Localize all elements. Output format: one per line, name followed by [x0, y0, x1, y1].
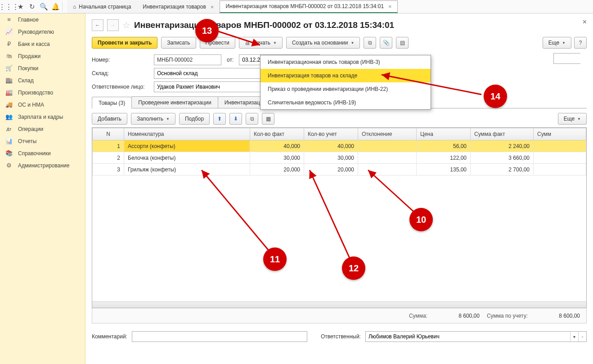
sidebar-item-assets[interactable]: 🚚ОС и НМА: [0, 99, 85, 111]
subtab-goods[interactable]: Товары (3): [92, 97, 132, 108]
number-field[interactable]: [154, 54, 221, 65]
window-tabs: ⌂ Начальная страница Инвентаризация това…: [67, 0, 398, 13]
move-down-button[interactable]: ⬇: [229, 113, 242, 125]
print-menu-item-inv22[interactable]: Приказ о проведении инвентаризации (ИНВ-…: [261, 82, 431, 96]
close-page-icon[interactable]: ×: [583, 18, 587, 26]
callout-13: 13: [195, 19, 219, 42]
comment-field[interactable]: [132, 331, 307, 342]
footer-resp-field[interactable]: ▾▫: [365, 331, 587, 342]
add-row-button[interactable]: Добавить: [92, 113, 127, 125]
move-up-button[interactable]: ⬆: [213, 113, 226, 125]
sidebar-label: Главное: [18, 17, 39, 23]
tab-doc-list[interactable]: Инвентаризация товаров ×: [137, 0, 220, 13]
col-n[interactable]: N: [93, 128, 124, 140]
bars-icon: 📊: [5, 138, 13, 144]
close-icon[interactable]: ×: [211, 4, 214, 10]
fill-button[interactable]: Заполнить▼: [131, 113, 175, 125]
copy-button[interactable]: ⧉: [246, 113, 258, 125]
help-button[interactable]: ?: [574, 37, 587, 49]
sidebar-item-admin[interactable]: ⚙Администрирование: [0, 159, 85, 171]
tab-doc-current[interactable]: Инвентаризация товаров МНБП-000002 от 03…: [220, 0, 397, 13]
print-menu-item-inv-sklad[interactable]: Инвентаризация товаров на складе: [261, 69, 431, 82]
callout-11: 11: [263, 247, 287, 271]
create-based-label: Создать на основании: [292, 40, 348, 46]
print-button[interactable]: 🖨Печать▼: [239, 37, 283, 49]
sidebar-item-purchases[interactable]: 🛒Покупки: [0, 62, 85, 74]
people-icon: 👥: [5, 113, 13, 120]
sidebar-label: Покупки: [18, 65, 38, 72]
table-row[interactable]: 3 Грильяж (конфеты) 20,000 20,000 135,00…: [93, 164, 586, 175]
sidebar-label: Справочники: [18, 150, 51, 157]
callout-12: 12: [342, 256, 365, 280]
chevron-down-icon: ▼: [166, 117, 170, 121]
pick-button[interactable]: Подбор: [179, 113, 210, 125]
org-field[interactable]: ▾▫: [553, 53, 580, 64]
sidebar-item-sales[interactable]: 🛍Продажи: [0, 50, 85, 62]
col-sumfact[interactable]: Сумма факт: [471, 128, 534, 140]
more-label: Еще: [548, 40, 559, 46]
table-row[interactable]: 1 Ассорти (конфеты) 40,000 40,000 56,00 …: [93, 140, 586, 152]
table-row[interactable]: 2 Белочка (конфеты) 30,000 30,000 122,00…: [93, 152, 586, 164]
col-fact[interactable]: Кол-во факт: [250, 128, 304, 140]
write-button[interactable]: Записать: [161, 37, 196, 49]
sidebar-label: Операции: [18, 126, 43, 132]
col-dev[interactable]: Отклонение: [358, 128, 417, 140]
nav-back-button[interactable]: ←: [92, 19, 103, 31]
apps-icon[interactable]: ⋮⋮⋮: [3, 1, 14, 13]
favorite-star-icon[interactable]: ☆: [122, 20, 130, 31]
col-uchet[interactable]: Кол-во учет: [304, 128, 358, 140]
open-icon[interactable]: ▫: [578, 332, 586, 342]
footer: Комментарий: Ответственный: ▾▫: [92, 330, 587, 343]
sidebar-item-reports[interactable]: 📊Отчеты: [0, 135, 85, 147]
sidebar-item-bank[interactable]: ₽Банк и касса: [0, 38, 85, 50]
print-menu-item-inv19[interactable]: Сличительная ведомость (ИНВ-19): [261, 96, 431, 109]
search-icon[interactable]: 🔍: [38, 1, 49, 13]
number-label: Номер:: [92, 57, 150, 63]
col-sum[interactable]: Сумм: [534, 128, 586, 140]
print-menu: Инвентаризационная опись товаров (ИНВ-3)…: [260, 55, 431, 110]
from-label: от:: [227, 57, 234, 63]
gear-icon: ⚙: [5, 162, 13, 169]
print-menu-item-inv3[interactable]: Инвентаризационная опись товаров (ИНВ-3): [261, 55, 431, 69]
post-and-close-button[interactable]: Провести и закрыть: [92, 37, 157, 49]
sidebar-item-main[interactable]: ≡Главное: [0, 13, 85, 26]
related-docs-button[interactable]: ⧉: [364, 37, 376, 49]
grid[interactable]: N Номенклатура Кол-во факт Кол-во учет О…: [92, 127, 587, 308]
tab-home[interactable]: ⌂ Начальная страница: [67, 0, 137, 13]
close-icon[interactable]: ×: [388, 3, 392, 10]
sidebar-label: Администрирование: [18, 162, 69, 169]
print-label: Печать: [253, 40, 270, 46]
chevron-down-icon[interactable]: ▾: [570, 332, 578, 342]
chevron-down-icon: ▼: [577, 117, 581, 121]
report-button[interactable]: ▤: [396, 37, 409, 49]
sidebar-item-refs[interactable]: 📚Справочники: [0, 147, 85, 159]
ruble-icon: ₽: [5, 40, 13, 47]
col-nom[interactable]: Номенклатура: [124, 128, 250, 140]
sidebar-item-warehouse[interactable]: 🏬Склад: [0, 74, 85, 86]
bell-icon[interactable]: 🔔: [49, 1, 61, 13]
history-icon[interactable]: ↻: [26, 1, 38, 13]
create-based-button[interactable]: Создать на основании▼: [286, 37, 360, 49]
paste-button[interactable]: ▦: [262, 113, 274, 125]
col-price[interactable]: Цена: [417, 128, 471, 140]
sidebar-item-production[interactable]: 🏭Производство: [0, 86, 85, 99]
subtab-conduct[interactable]: Проведение инвентаризации: [131, 96, 218, 108]
grid-more-button[interactable]: Еще▼: [558, 113, 587, 125]
command-bar: Провести и закрыть Записать Провести 🖨Пе…: [92, 37, 587, 49]
resp-label: Ответственное лицо:: [92, 84, 150, 90]
nav-forward-button[interactable]: →: [107, 19, 119, 31]
tab-label: Инвентаризация товаров: [143, 4, 206, 10]
chevron-down-icon: ▼: [562, 41, 566, 45]
sidebar-item-ops[interactable]: ДтОперации: [0, 123, 85, 135]
sidebar-label: Банк и касса: [18, 41, 50, 47]
attachments-button[interactable]: 📎: [380, 37, 392, 49]
favorite-icon[interactable]: ★: [14, 1, 26, 13]
sidebar-item-salary[interactable]: 👥Зарплата и кадры: [0, 111, 85, 123]
tab-home-label: Начальная страница: [79, 4, 131, 10]
sidebar-item-manager[interactable]: 📈Руководителю: [0, 26, 85, 38]
total-sum-label: Сумма:: [409, 313, 427, 319]
more-button[interactable]: Еще▼: [543, 37, 571, 49]
horizontal-scrollbar[interactable]: [92, 301, 586, 308]
content-area: ← → ☆ Инвентаризация товаров МНБП-000002…: [85, 13, 593, 364]
comment-label: Комментарий:: [92, 333, 127, 340]
